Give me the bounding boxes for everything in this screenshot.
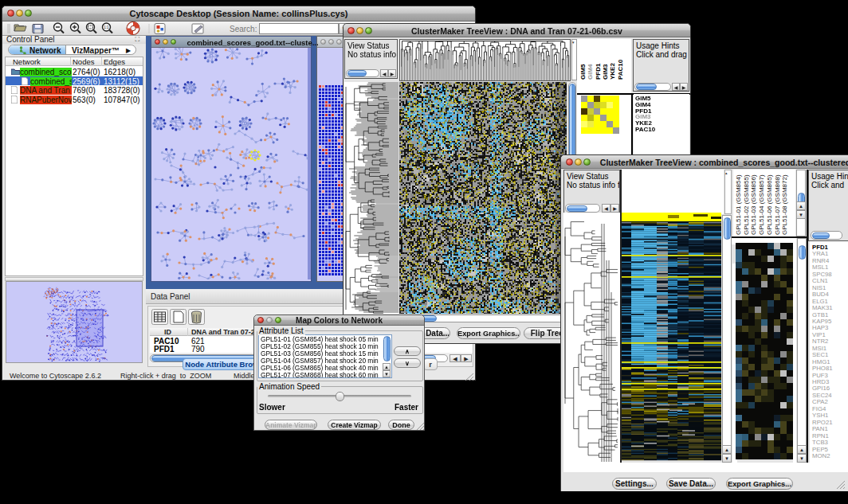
svg-text:1:1: 1:1 (104, 25, 109, 29)
